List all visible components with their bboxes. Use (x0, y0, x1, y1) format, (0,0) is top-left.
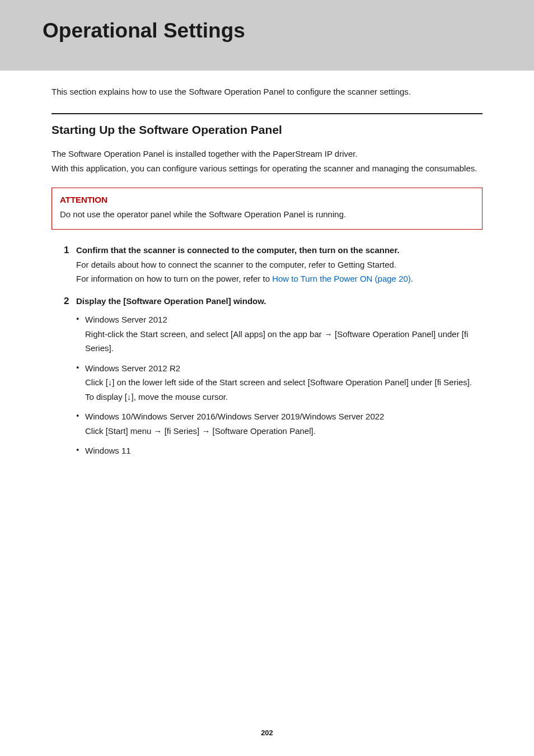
attention-text: Do not use the operator panel while the … (60, 208, 474, 221)
bullet-body: Click [Start] menu → [fi Series] → [Soft… (85, 424, 483, 438)
step-line-pre: For information on how to turn on the po… (76, 274, 272, 283)
power-on-link[interactable]: How to Turn the Power ON (page 20) (272, 274, 411, 283)
list-item: Windows 11 (76, 444, 483, 458)
step-1: 1 Confirm that the scanner is connected … (51, 243, 483, 286)
attention-label: ATTENTION (60, 195, 474, 204)
list-item: Windows 10/Windows Server 2016/Windows S… (76, 409, 483, 438)
bullet-body-2: To display [↓], move the mouse cursor. (85, 390, 483, 404)
section-body-line2: With this application, you can configure… (51, 164, 477, 173)
step-2: 2 Display the [Software Operation Panel]… (51, 294, 483, 464)
page-number: 202 (0, 729, 534, 737)
step-number: 1 (64, 243, 76, 286)
list-item: Windows Server 2012 Right-click the Star… (76, 312, 483, 356)
step-body: Confirm that the scanner is connected to… (76, 243, 483, 286)
section-heading: Starting Up the Software Operation Panel (51, 123, 483, 137)
bullet-head: Windows 11 (85, 446, 131, 455)
step-line: For details about how to connect the sca… (76, 260, 396, 269)
intro-text: This section explains how to use the Sof… (51, 85, 483, 99)
bullet-head: Windows 10/Windows Server 2016/Windows S… (85, 412, 384, 421)
page-title: Operational Settings (43, 19, 534, 43)
os-bullet-list: Windows Server 2012 Right-click the Star… (76, 312, 483, 458)
step-line-post: . (411, 274, 413, 283)
step-number: 2 (64, 294, 76, 464)
header-band: Operational Settings (0, 0, 534, 71)
section-body: The Software Operation Panel is installe… (51, 147, 483, 175)
section-body-line1: The Software Operation Panel is installe… (51, 149, 358, 158)
attention-box: ATTENTION Do not use the operator panel … (51, 188, 483, 230)
content-area: This section explains how to use the Sof… (0, 71, 534, 464)
step-title: Confirm that the scanner is connected to… (76, 245, 400, 255)
step-title: Display the [Software Operation Panel] w… (76, 296, 266, 306)
bullet-head: Windows Server 2012 (85, 315, 167, 324)
section-divider (51, 113, 483, 114)
bullet-body: Click [↓] on the lower left side of the … (85, 375, 483, 390)
bullet-head: Windows Server 2012 R2 (85, 363, 180, 373)
bullet-body: Right-click the Start screen, and select… (85, 327, 483, 356)
step-body: Display the [Software Operation Panel] w… (76, 294, 483, 464)
page: Operational Settings This section explai… (0, 0, 534, 756)
list-item: Windows Server 2012 R2 Click [↓] on the … (76, 361, 483, 404)
